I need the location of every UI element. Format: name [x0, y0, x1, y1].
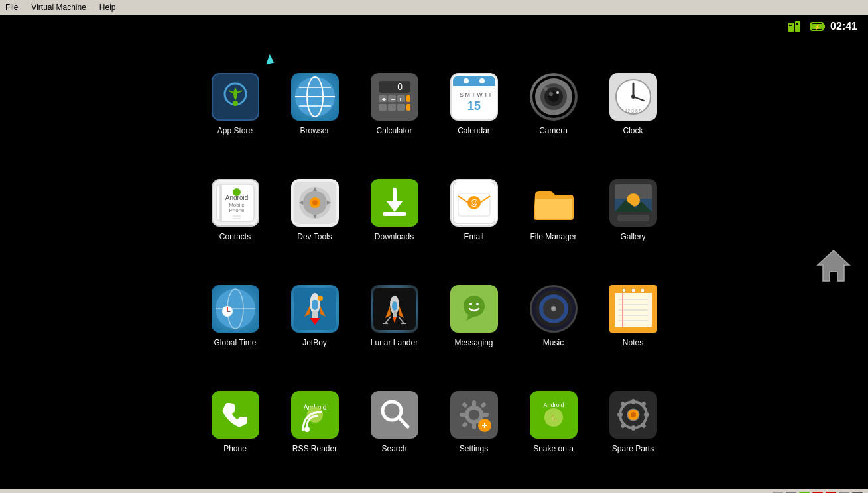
- svg-rect-34: [453, 81, 495, 86]
- svg-rect-24: [379, 104, 387, 111]
- home-button[interactable]: [812, 245, 855, 288]
- lunarlander-icon: [371, 285, 418, 333]
- app-appstore[interactable]: App Store: [196, 52, 275, 158]
- svg-rect-21: [388, 95, 396, 102]
- globaltime-label: Global Time: [214, 338, 256, 349]
- search-label: Search: [381, 444, 406, 455]
- svg-rect-142: [472, 423, 476, 429]
- app-calculator[interactable]: 0 Calculator: [355, 52, 434, 158]
- snake-icon: Android 🐍: [530, 391, 578, 439]
- svg-rect-143: [460, 413, 466, 417]
- jetboy-label: JetBoy: [302, 338, 327, 349]
- svg-point-59: [233, 188, 241, 196]
- status-icons: ⚡ 02:41: [788, 20, 857, 33]
- clock-label: Clock: [623, 126, 643, 137]
- svg-rect-3: [796, 23, 798, 25]
- svg-text:Android: Android: [543, 402, 564, 408]
- app-email[interactable]: @ Email: [434, 158, 514, 264]
- svg-rect-25: [388, 104, 396, 111]
- svg-rect-141: [472, 400, 476, 407]
- app-lunarlander[interactable]: Lunar Lander: [355, 264, 434, 370]
- app-search[interactable]: Search: [355, 370, 434, 476]
- svg-text:@: @: [470, 198, 478, 207]
- app-spareparts[interactable]: Spare Parts: [593, 370, 673, 476]
- svg-rect-5: [823, 25, 825, 28]
- svg-rect-159: [631, 399, 635, 404]
- messaging-icon: [450, 285, 498, 333]
- svg-point-100: [392, 301, 397, 311]
- gallery-icon: [609, 179, 657, 227]
- filemanager-icon: [530, 179, 578, 227]
- menu-file[interactable]: File: [3, 1, 21, 13]
- rssreader-icon: Android: [291, 391, 339, 439]
- svg-rect-23: [406, 95, 410, 102]
- email-label: Email: [464, 232, 483, 243]
- svg-rect-144: [482, 413, 489, 417]
- svg-rect-119: [615, 290, 652, 327]
- svg-point-36: [479, 78, 485, 83]
- spareparts-label: Spare Parts: [612, 444, 654, 455]
- svg-point-108: [464, 296, 485, 317]
- app-calendar[interactable]: S M T W T F S 15 Calendar: [434, 52, 514, 158]
- app-browser[interactable]: Browser: [275, 52, 355, 158]
- svg-text:15: 15: [467, 99, 480, 113]
- svg-rect-93: [312, 311, 318, 318]
- calendar-icon: S M T W T F S 15: [450, 73, 498, 121]
- signal-icon: [788, 20, 806, 33]
- contacts-label: Contacts: [219, 232, 251, 243]
- svg-rect-130: [214, 394, 257, 436]
- app-notes[interactable]: Notes: [593, 264, 673, 370]
- browser-icon: [291, 73, 339, 121]
- app-settings[interactable]: Settings: [434, 370, 514, 476]
- app-contacts[interactable]: Android Mobile Phone Contacts: [196, 158, 275, 264]
- app-phone[interactable]: Phone: [196, 370, 275, 476]
- jetboy-icon: [291, 285, 339, 333]
- settings-label: Settings: [460, 444, 488, 455]
- search-icon-img: [371, 391, 418, 439]
- menu-bar: File Virtual Machine Help: [0, 0, 868, 15]
- app-devtools[interactable]: Dev Tools: [275, 158, 355, 264]
- svg-text:⚡: ⚡: [814, 23, 822, 31]
- svg-point-134: [304, 427, 310, 432]
- contacts-icon: Android Mobile Phone: [212, 179, 259, 227]
- svg-point-46: [544, 87, 548, 91]
- svg-rect-101: [393, 311, 397, 317]
- app-globaltime[interactable]: Global Time: [196, 264, 275, 370]
- phone-icon: [212, 391, 259, 439]
- globaltime-icon: [212, 285, 259, 333]
- svg-rect-0: [788, 23, 794, 32]
- notes-icon: [609, 285, 657, 333]
- svg-rect-81: [617, 215, 649, 221]
- svg-text:12 3 6 9: 12 3 6 9: [625, 109, 641, 113]
- svg-rect-161: [617, 413, 623, 417]
- svg-text:S M T W T F S: S M T W T F S: [460, 91, 495, 98]
- svg-rect-160: [631, 425, 635, 431]
- app-rssreader[interactable]: Android RSS Reader: [275, 370, 355, 476]
- app-messaging[interactable]: Messaging: [434, 264, 514, 370]
- svg-text:🐍: 🐍: [550, 414, 558, 422]
- mouse-cursor: [265, 54, 274, 64]
- menu-help[interactable]: Help: [97, 1, 119, 13]
- camera-label: Camera: [539, 126, 568, 137]
- svg-point-129: [641, 288, 645, 292]
- app-camera[interactable]: Camera: [514, 52, 593, 158]
- app-jetboy[interactable]: JetBoy: [275, 264, 355, 370]
- vm-content: ⚡ 02:41 App Store: [0, 15, 868, 489]
- appstore-label: App Store: [217, 126, 253, 137]
- app-downloads[interactable]: Downloads: [355, 158, 434, 264]
- app-filemanager[interactable]: File Manager: [514, 158, 593, 264]
- menu-vm[interactable]: Virtual Machine: [29, 1, 89, 13]
- devtools-icon: [291, 179, 339, 227]
- svg-point-66: [312, 200, 318, 205]
- svg-rect-135: [373, 394, 416, 436]
- svg-rect-18: [379, 81, 410, 93]
- app-snake[interactable]: Android 🐍 Snake on a: [514, 370, 593, 476]
- app-music[interactable]: Music: [514, 264, 593, 370]
- app-gallery[interactable]: Gallery: [593, 158, 673, 264]
- svg-rect-2: [789, 25, 792, 26]
- svg-point-45: [556, 91, 559, 94]
- filemanager-label: File Manager: [530, 232, 576, 243]
- app-clock[interactable]: 12 3 6 9 Clock: [593, 52, 673, 158]
- svg-text:Phone: Phone: [229, 207, 245, 213]
- svg-rect-162: [644, 413, 649, 417]
